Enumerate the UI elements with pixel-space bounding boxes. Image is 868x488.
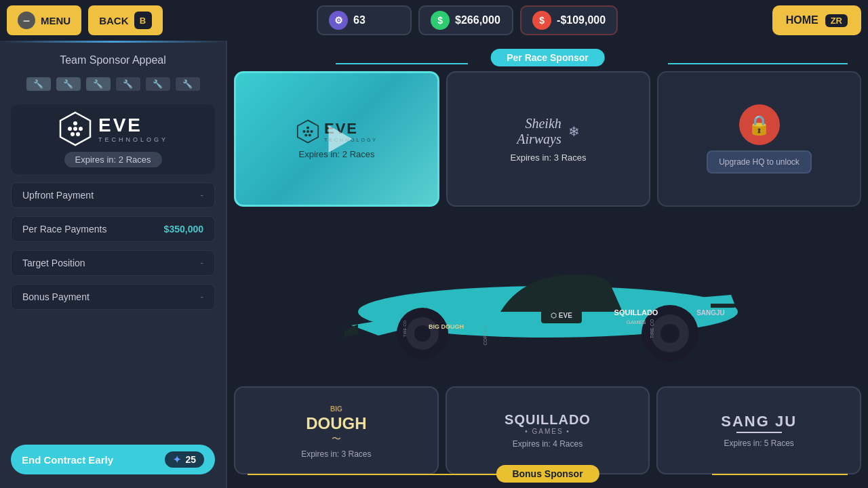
- per-race-sponsor-cards: EVE TECHNOLOGY Expires in: 2 Races Sheik…: [234, 71, 861, 207]
- top-bar: – MENU BACK B ⚙ 63 $ $266,000 $ -$109,00…: [0, 0, 868, 41]
- per-race-value: $350,000: [164, 224, 203, 235]
- contract-upfront: Upfront Payment -: [11, 182, 215, 208]
- lock-icon: 🔒: [739, 104, 780, 145]
- svg-text:SANGJU: SANGJU: [696, 309, 725, 317]
- f1-car-svg: TIRE CO TIRE CO SQUILLADO GAMES ⬡ EVE SA…: [311, 224, 785, 373]
- menu-button[interactable]: – MENU: [7, 5, 81, 35]
- svg-point-2: [68, 127, 72, 131]
- sangju-name: SANG JU: [721, 413, 797, 430]
- f1-car-area: TIRE CO TIRE CO SQUILLADO GAMES ⬡ EVE SA…: [234, 214, 861, 383]
- money-value: $266,000: [455, 14, 500, 26]
- sheikh-sponsor-card[interactable]: Sheikh Airways ❄ Expires in: 3 Races: [446, 71, 650, 207]
- bonus-line-right: [712, 474, 848, 475]
- svg-text:TIRE CO: TIRE CO: [650, 319, 654, 338]
- appeal-icon-3: 🔧: [86, 77, 111, 91]
- dough-mustache-icon: 〜: [306, 433, 366, 445]
- locked-sponsor-card: 🔒 Upgrade HQ to unlock: [657, 71, 861, 207]
- big-dough-card[interactable]: BIG DOUGH 〜 Expires in: 3 Races: [234, 386, 439, 474]
- tech-stat: ⚙ 63: [317, 5, 412, 35]
- appeal-icon-5: 🔧: [146, 77, 170, 91]
- svg-point-1: [73, 121, 77, 125]
- right-panel: Per Race Sponsor EVE: [227, 41, 868, 488]
- main-content: Team Sponsor Appeal 🔧 🔧 🔧 🔧 🔧 🔧: [0, 41, 868, 488]
- sheikh-card-expires: Expires in: 3 Races: [511, 152, 587, 163]
- end-contract-cost: 25: [185, 454, 196, 465]
- star-icon: ✦: [173, 454, 181, 465]
- squillado-expires: Expires in: 4 Races: [513, 439, 583, 449]
- eve-sponsor-sub: TECHNOLOGY: [98, 136, 168, 143]
- eve-hex-icon: [58, 111, 93, 146]
- svg-point-3: [73, 127, 77, 131]
- sangju-card[interactable]: SANG JU Expires in: 5 Races: [656, 386, 861, 474]
- eve-sponsor-card[interactable]: EVE TECHNOLOGY Expires in: 2 Races: [234, 71, 439, 207]
- svg-point-6: [76, 132, 80, 136]
- bonus-sponsor-cards: BIG DOUGH 〜 Expires in: 3 Races SQUILLAD…: [234, 386, 861, 474]
- svg-text:BIG DOUGH: BIG DOUGH: [428, 323, 463, 330]
- target-value: -: [200, 258, 203, 268]
- sangju-line: [736, 432, 782, 433]
- svg-point-9: [302, 129, 305, 132]
- contract-per-race: Per Race Payments $350,000: [11, 216, 215, 242]
- squillado-name: SQUILLADO: [505, 412, 591, 428]
- sheikh-snowflake-icon: ❄: [568, 123, 580, 140]
- back-badge: B: [134, 12, 152, 29]
- svg-point-8: [307, 126, 309, 129]
- big-dough-logo: BIG DOUGH 〜: [306, 402, 366, 445]
- spend-icon: $: [532, 11, 551, 30]
- home-button[interactable]: HOME ZR: [772, 5, 861, 35]
- appeal-icon-1: 🔧: [26, 77, 51, 91]
- per-race-line-left: [336, 63, 468, 64]
- svg-text:CORTES: CORTES: [483, 325, 488, 345]
- money-icon: $: [431, 11, 450, 30]
- eve-card-hex-icon: [296, 119, 320, 144]
- svg-text:⬡ EVE: ⬡ EVE: [551, 312, 572, 319]
- svg-text:TIRE CO: TIRE CO: [403, 321, 407, 338]
- svg-text:SQUILLADO: SQUILLADO: [614, 308, 658, 317]
- contract-bonus: Bonus Payment -: [11, 284, 215, 310]
- tech-value: 63: [353, 14, 366, 26]
- menu-circle-icon: –: [18, 12, 35, 29]
- eve-logo-large: EVE TECHNOLOGY: [58, 111, 168, 146]
- spend-stat: $ -$109,000: [520, 5, 618, 35]
- squillado-logo: SQUILLADO • GAMES •: [505, 412, 591, 435]
- team-appeal-title: Team Sponsor Appeal: [11, 54, 215, 66]
- money-stat: $ $266,000: [418, 5, 513, 35]
- appeal-icon-2: 🔧: [56, 77, 81, 91]
- svg-point-12: [304, 134, 307, 136]
- stats-group: ⚙ 63 $ $266,000 $ -$109,000: [317, 5, 618, 35]
- left-panel: Team Sponsor Appeal 🔧 🔧 🔧 🔧 🔧 🔧: [0, 41, 227, 488]
- eve-text-large: EVE TECHNOLOGY: [98, 115, 168, 143]
- svg-point-13: [309, 134, 311, 136]
- sheikh-name-text: Sheikh Airways: [517, 116, 561, 147]
- tech-icon: ⚙: [329, 11, 348, 30]
- contract-target: Target Position -: [11, 250, 215, 276]
- upfront-label: Upfront Payment: [22, 190, 94, 201]
- home-badge: ZR: [825, 14, 848, 27]
- end-contract-label: End Contract Early: [22, 454, 113, 466]
- upgrade-hq-button[interactable]: Upgrade HQ to unlock: [707, 150, 812, 174]
- eve-sponsor-name: EVE: [98, 115, 168, 136]
- svg-point-21: [660, 324, 679, 343]
- big-dough-name: DOUGH: [306, 414, 366, 433]
- sponsor-expires-badge: Expires in: 2 Races: [64, 152, 162, 167]
- svg-point-5: [71, 132, 75, 136]
- appeal-icons: 🔧 🔧 🔧 🔧 🔧 🔧: [11, 77, 215, 91]
- per-race-label: Per Race Payments: [22, 224, 107, 235]
- back-label: BACK: [99, 15, 128, 26]
- end-contract-cost-badge: ✦ 25: [165, 451, 204, 468]
- target-label: Target Position: [22, 258, 85, 268]
- svg-rect-15: [711, 304, 734, 308]
- squillado-card[interactable]: SQUILLADO • GAMES • Expires in: 4 Races: [446, 386, 650, 474]
- squillado-sub: • GAMES •: [505, 428, 591, 435]
- svg-point-4: [79, 127, 83, 131]
- bonus-label: Bonus Payment: [22, 291, 90, 302]
- per-race-line-right: [668, 63, 848, 64]
- spend-value: -$109,000: [557, 14, 606, 26]
- end-contract-button[interactable]: End Contract Early ✦ 25: [11, 445, 215, 474]
- appeal-icon-4: 🔧: [116, 77, 140, 91]
- svg-point-10: [307, 129, 309, 132]
- back-button[interactable]: BACK B: [88, 5, 162, 35]
- sponsor-logo-area: EVE TECHNOLOGY Expires in: 2 Races: [11, 104, 215, 174]
- sangju-expires: Expires in: 5 Races: [724, 439, 793, 448]
- appeal-icon-6: 🔧: [176, 77, 200, 91]
